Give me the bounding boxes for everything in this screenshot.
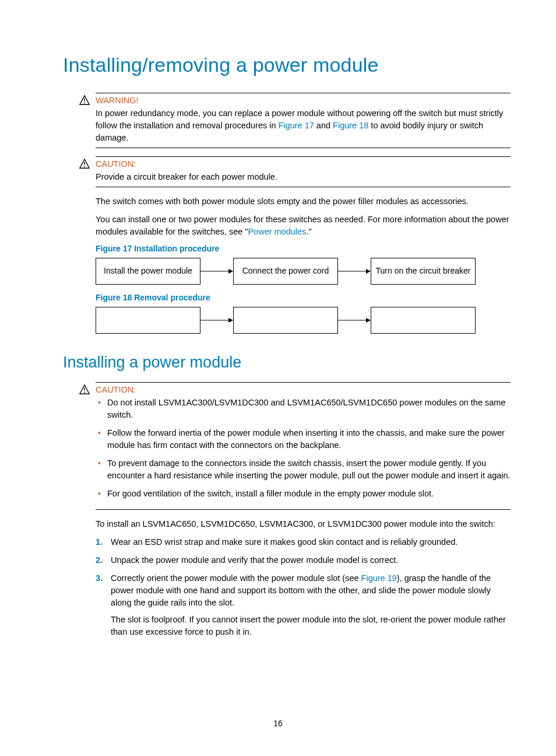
warning-admonition: WARNING! In power redundancy mode, you c… [83,93,511,148]
step-sub-paragraph: The slot is foolproof. If you cannot ins… [111,614,511,638]
body-paragraph: You can install one or two power modules… [96,214,511,238]
list-item: Do not install LSVM1AC300/LSVM1DC300 and… [107,397,511,421]
caution-list: Do not install LSVM1AC300/LSVM1DC300 and… [96,397,511,500]
body-paragraph: The switch comes with both power module … [96,195,511,208]
caution-admonition: CAUTION: Do not install LSVM1AC300/LSVM1… [83,382,511,510]
warning-text: In power redundancy mode, you can replac… [96,107,511,144]
arrow-icon [338,316,371,324]
text: Correctly orient the power module with t… [111,573,361,583]
page: Installing/removing a power module WARNI… [0,0,556,756]
caution-icon [79,159,90,169]
flow-box: Turn on the circuit breaker [371,258,476,285]
figure-17-link[interactable]: Figure 17 [279,121,314,130]
figure-18-link[interactable]: Figure 18 [333,121,368,130]
caution-icon [79,384,90,395]
list-item: Follow the forward inertia of the power … [107,427,511,452]
flow-box: Install the power module [96,258,200,285]
page-number: 16 [0,719,556,728]
step-item: Correctly orient the power module with t… [111,572,511,638]
caution-admonition: CAUTION: Provide a circuit breaker for e… [83,156,511,187]
svg-marker-13 [366,318,371,323]
step-item: Wear an ESD wrist strap and make sure it… [111,536,511,548]
caution-label: CAUTION: [96,159,511,169]
svg-point-16 [84,392,85,393]
arrow-icon [338,267,371,275]
svg-marker-9 [366,269,371,274]
section-heading: Installing a power module [63,354,511,372]
svg-point-5 [84,166,85,167]
step-item: Unpack the power module and verify that … [111,554,511,566]
arrow-icon [200,267,233,275]
warning-icon [79,95,90,106]
warning-label: WARNING! [96,96,511,105]
install-steps: Wear an ESD wrist strap and make sure it… [96,536,511,638]
caution-text: Provide a circuit breaker for each power… [96,171,511,183]
flow-box [96,307,200,334]
svg-marker-11 [228,318,233,323]
flow-box [233,307,338,334]
figure-18-flow [96,307,511,334]
list-item: To prevent damage to the connectors insi… [107,457,511,482]
text: and [314,121,333,130]
power-modules-link[interactable]: Power modules [248,227,306,236]
intro-paragraph: To install an LSVM1AC650, LSVM1DC650, LS… [96,518,511,530]
text: ." [306,227,311,236]
svg-marker-7 [228,269,233,274]
caution-label: CAUTION: [96,385,511,394]
flow-box [371,307,476,334]
figure-19-link[interactable]: Figure 19 [361,573,397,583]
list-item: For good ventilation of the switch, inst… [107,488,511,500]
page-title: Installing/removing a power module [63,54,511,76]
figure-17-caption: Figure 17 Installation procedure [96,244,511,253]
arrow-icon [200,316,233,324]
svg-point-2 [84,103,85,104]
figure-18-caption: Figure 18 Removal procedure [96,293,511,302]
flow-box: Connect the power cord [233,258,338,285]
figure-17-flow: Install the power module Connect the pow… [96,258,511,285]
